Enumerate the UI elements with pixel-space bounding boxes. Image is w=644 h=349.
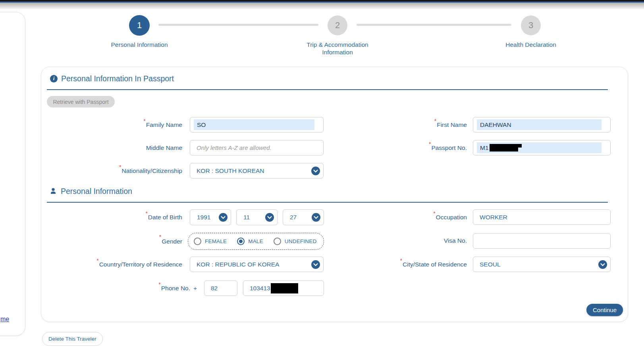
required-marker: *	[119, 163, 121, 171]
country-residence-value: KOR : REPUBLIC OF KOREA	[190, 261, 279, 268]
phone-country-code-field[interactable]: 82	[204, 280, 237, 296]
required-marker: *	[158, 280, 160, 288]
info-icon: i	[50, 75, 58, 82]
phone-country-code-value: 82	[204, 285, 218, 292]
continue-button[interactable]: Continue	[586, 304, 623, 316]
autofill-highlight: DAEHWAN	[477, 119, 602, 130]
nationality-label: * Nationality/Citizenship	[41, 163, 182, 179]
retrieve-with-passport-button[interactable]: Retrieve with Passport	[47, 96, 115, 107]
personal-section-title: Personal Information	[61, 187, 132, 196]
step-1-circle[interactable]: 1	[129, 15, 150, 36]
phone-label: * Phone No.	[41, 280, 190, 296]
required-marker: *	[145, 209, 147, 217]
left-side-panel: me	[0, 12, 25, 336]
birth-year-value: 1991	[190, 214, 210, 221]
middle-name-label: Middle Name	[41, 140, 182, 156]
section-divider	[47, 202, 608, 203]
birth-month-value: 11	[237, 214, 250, 221]
personal-section-header: Personal Information	[49, 186, 132, 196]
step-3-label: Health Declaration	[471, 41, 590, 48]
chevron-down-icon	[598, 260, 607, 269]
birth-month-select[interactable]: 11	[236, 209, 278, 225]
first-name-field[interactable]: DAEHWAN	[473, 117, 611, 132]
form-row: * Date of Birth 1991 11	[41, 209, 628, 225]
traveler-form-card: i Personal Information In Passport Retri…	[41, 67, 628, 322]
sidebar-clipped-link[interactable]: me	[0, 316, 9, 323]
passport-no-field[interactable]: M1	[473, 140, 611, 155]
gender-label: * Gender	[41, 233, 182, 250]
radio-checked-icon[interactable]	[237, 238, 245, 245]
city-residence-label: * City/State of Residence	[327, 257, 467, 272]
form-row: * Phone No. + 82 103413	[41, 280, 628, 296]
autofill-highlight: M1	[477, 142, 602, 153]
birth-day-select[interactable]: 27	[283, 209, 324, 225]
chevron-down-icon	[312, 213, 320, 222]
visa-no-field[interactable]	[473, 233, 611, 249]
step-connector-1	[158, 24, 318, 26]
chevron-down-icon	[219, 213, 228, 222]
gender-male-label: MALE	[248, 238, 263, 244]
radio-unchecked-icon[interactable]	[194, 238, 201, 245]
gender-radio-group: FEMALE MALE UNDEFINED	[188, 233, 324, 250]
first-name-value: DAEHWAN	[480, 121, 511, 128]
form-row: * Nationality/Citizenship KOR : SOUTH KO…	[41, 163, 628, 179]
form-row: * Country/Territory of Residence KOR : R…	[41, 257, 628, 272]
step-connector-2	[357, 24, 511, 26]
delete-traveler-button[interactable]: Delete This Traveler	[42, 332, 103, 346]
passport-no-label: * Passport No.	[327, 140, 467, 156]
step-1-number: 1	[137, 20, 142, 31]
country-residence-label: * Country/Territory of Residence	[41, 257, 182, 272]
form-row: * Family Name SO * First Name DAEHWAN	[41, 117, 628, 133]
required-marker: *	[96, 257, 98, 265]
chevron-down-icon	[311, 260, 320, 269]
step-1-label: Personal Information	[80, 41, 199, 48]
passport-section-header: i Personal Information In Passport	[50, 73, 174, 84]
phone-number-value: 103413	[243, 285, 270, 292]
family-name-field[interactable]: SO	[190, 117, 324, 132]
nationality-value: KOR : SOUTH KOREAN	[190, 167, 264, 174]
required-marker: *	[159, 233, 161, 241]
country-residence-select[interactable]: KOR : REPUBLIC OF KOREA	[190, 257, 324, 272]
required-marker: *	[143, 117, 145, 125]
date-of-birth-label: * Date of Birth	[41, 209, 182, 225]
redaction-box	[271, 283, 298, 293]
gender-option-female[interactable]: FEMALE	[194, 238, 227, 245]
required-marker: *	[433, 209, 435, 217]
required-marker: *	[400, 257, 402, 265]
birth-year-select[interactable]: 1991	[190, 209, 231, 225]
city-residence-select[interactable]: SEOUL	[473, 257, 611, 272]
chevron-down-icon	[311, 167, 320, 175]
gender-undefined-label: UNDEFINED	[285, 238, 317, 244]
step-2-label: Trip & Accommodation Information	[296, 41, 379, 56]
date-of-birth-group: 1991 11 27	[190, 209, 324, 225]
person-icon	[49, 187, 57, 195]
occupation-field[interactable]: WORKER	[473, 209, 611, 225]
required-marker: *	[429, 140, 431, 148]
gender-option-male[interactable]: MALE	[237, 238, 263, 245]
middle-name-placeholder: Only letters A-Z are allowed.	[190, 144, 272, 151]
radio-unchecked-icon[interactable]	[274, 238, 281, 245]
step-indicator: 1 2 3 Personal Information Trip & Accomm…	[0, 0, 644, 58]
form-row: * Gender FEMALE MALE UNDEFINED Visa No	[41, 233, 628, 250]
step-3-number: 3	[528, 20, 533, 31]
step-2-circle[interactable]: 2	[328, 15, 347, 35]
nationality-select[interactable]: KOR : SOUTH KOREAN	[190, 163, 324, 178]
section-divider	[47, 89, 608, 90]
visa-no-label: Visa No.	[327, 233, 467, 249]
gender-option-undefined[interactable]: UNDEFINED	[274, 238, 317, 245]
page: me 1 2 3 Personal Information Trip & Acc…	[0, 0, 644, 349]
first-name-label: * First Name	[327, 117, 467, 133]
family-name-value: SO	[197, 121, 206, 128]
step-2-number: 2	[335, 20, 340, 31]
phone-plus-sign: +	[193, 280, 200, 296]
chevron-down-icon	[265, 213, 274, 222]
required-marker: *	[434, 117, 436, 125]
form-row: Middle Name Only letters A-Z are allowed…	[41, 140, 628, 156]
occupation-value: WORKER	[473, 214, 507, 221]
autofill-highlight: SO	[194, 119, 314, 130]
phone-number-field[interactable]: 103413	[243, 280, 324, 296]
city-residence-value: SEOUL	[473, 261, 501, 268]
passport-section-title: Personal Information In Passport	[61, 74, 174, 83]
step-3-circle[interactable]: 3	[521, 15, 541, 35]
middle-name-field[interactable]: Only letters A-Z are allowed.	[190, 140, 324, 155]
